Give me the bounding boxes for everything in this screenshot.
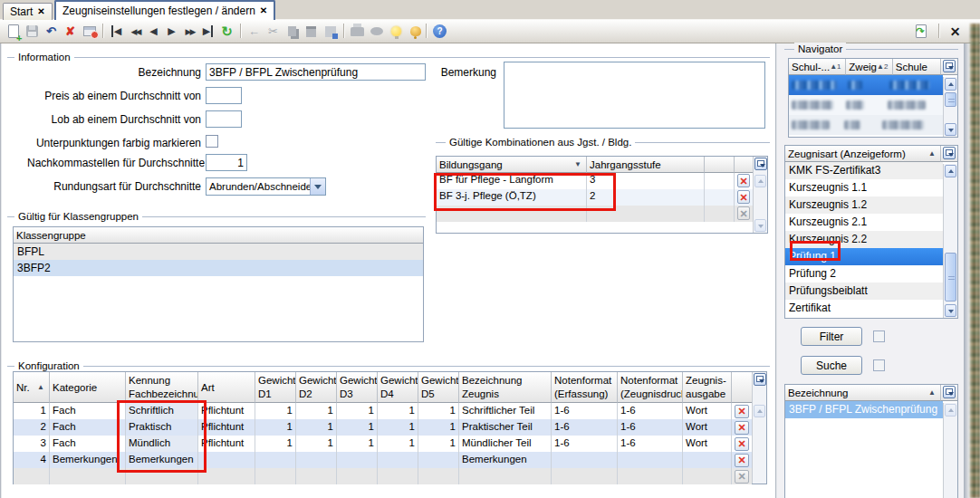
unterpunktungen-checkbox[interactable] bbox=[206, 135, 218, 148]
column-header-bezeichnung-zeugnis[interactable]: Bezeichnung Zeugnis bbox=[459, 372, 552, 403]
bezeichnung-input[interactable] bbox=[206, 63, 426, 81]
kombination-row[interactable]: BF 3-j. Pflege (Ö,TZ) 2 ✕ bbox=[437, 189, 753, 206]
bemerkung-textarea[interactable] bbox=[504, 62, 765, 129]
column-picker-icon[interactable] bbox=[754, 373, 766, 386]
delete-row-button[interactable]: ✕ bbox=[735, 454, 749, 467]
klassengruppe-row-selected[interactable]: 3BFP2 bbox=[14, 260, 423, 276]
zeugnisart-item[interactable]: KMK FS-Zertifikat3 bbox=[785, 162, 943, 179]
zeugnisart-item[interactable]: Prüfungsbeiblatt bbox=[785, 283, 943, 300]
close-button[interactable]: ✕ bbox=[946, 22, 965, 41]
copy-button[interactable] bbox=[283, 22, 302, 41]
column-header-bildungsgang[interactable]: Bildungsgang ▼ bbox=[437, 157, 587, 173]
cell-jahrgangsstufe[interactable]: 3 bbox=[587, 173, 705, 189]
save-button[interactable] bbox=[23, 22, 42, 41]
column-header-gewicht-d2[interactable]: Gewicht D2 bbox=[296, 372, 337, 403]
lob-input[interactable] bbox=[206, 110, 242, 128]
nav-last-button[interactable]: ▶ bbox=[198, 22, 217, 41]
tab-start-close-icon[interactable]: ✕ bbox=[37, 7, 44, 16]
column-header-zeugnisart[interactable]: Zeugnisart (Anzeigeform) ▲ bbox=[785, 146, 941, 162]
column-header-gewicht-d5[interactable]: Gewicht D5 bbox=[418, 372, 459, 403]
delete-row-button[interactable]: ✕ bbox=[737, 190, 750, 204]
notification-button[interactable] bbox=[406, 22, 425, 41]
delete-row-button[interactable]: ✕ bbox=[737, 174, 750, 187]
suche-button[interactable]: Suche bbox=[801, 356, 862, 375]
konfiguration-scrollbar[interactable] bbox=[752, 372, 766, 484]
nav-fast-forward-button[interactable]: ▶▶ bbox=[180, 22, 199, 41]
nachkommastellen-input[interactable] bbox=[206, 154, 247, 171]
column-header-kennung[interactable]: Kennung Fachbezeichnung bbox=[126, 372, 198, 403]
column-header-bezeichnung[interactable]: Bezeichnung ▲ bbox=[785, 385, 941, 401]
scroll-down-icon[interactable] bbox=[945, 123, 956, 136]
column-header-gewicht-d3[interactable]: Gewicht D3 bbox=[337, 372, 378, 403]
delete-row-button[interactable]: ✕ bbox=[735, 437, 749, 451]
cell-bildungsgang[interactable]: BF 3-j. Pflege (Ö,TZ) bbox=[437, 189, 587, 206]
delete-row-button[interactable]: ✕ bbox=[735, 405, 749, 418]
switch-view-button[interactable]: ↷ bbox=[911, 22, 930, 41]
rundungsart-select[interactable]: Abrunden/Abschneiden bbox=[206, 177, 326, 196]
print-button[interactable] bbox=[348, 22, 367, 41]
scrollbar-thumb[interactable] bbox=[945, 253, 956, 302]
column-header-art[interactable]: Art bbox=[198, 372, 255, 403]
column-header-nr[interactable]: Nr. ▲ bbox=[14, 372, 50, 403]
zeugnisart-item[interactable]: Zertifikat bbox=[785, 300, 943, 317]
kombination-row[interactable]: BF für Pflege - Langform 3 ✕ bbox=[437, 173, 753, 189]
navigator-row-selected[interactable] bbox=[789, 75, 943, 95]
filter-checkbox[interactable] bbox=[873, 330, 885, 342]
properties-button[interactable] bbox=[80, 22, 99, 41]
column-picker-icon[interactable] bbox=[754, 158, 767, 170]
column-header-kategorie[interactable]: Kategorie bbox=[50, 372, 126, 403]
undo-button[interactable]: ↶ bbox=[42, 22, 61, 41]
column-picker-icon[interactable] bbox=[943, 60, 956, 72]
nav-first-button[interactable]: ◀ bbox=[107, 22, 126, 41]
cut-button[interactable]: ✂ bbox=[264, 22, 283, 41]
jump-back-button[interactable]: ← bbox=[245, 22, 264, 41]
zeugnisart-item[interactable]: Kurszeugnis 2.2 bbox=[785, 231, 943, 248]
scroll-up-icon[interactable] bbox=[945, 165, 956, 177]
zeugnisart-item[interactable]: Prüfung 2 bbox=[785, 265, 943, 283]
paste-button[interactable] bbox=[302, 22, 321, 41]
column-header-schule[interactable]: Schule bbox=[893, 59, 941, 75]
navigator-row[interactable] bbox=[789, 95, 943, 115]
select-region-button[interactable] bbox=[321, 22, 340, 41]
column-header-zweig[interactable]: Zweig ▲2 bbox=[846, 59, 892, 75]
navigator-scrollbar[interactable] bbox=[943, 77, 957, 137]
scroll-up-icon[interactable] bbox=[945, 78, 956, 91]
config-row[interactable]: 3 Fach Mündlich Pflichtunt 1 1 1 1 1 Mün… bbox=[14, 436, 752, 452]
delete-row-button[interactable]: ✕ bbox=[735, 421, 749, 435]
scroll-up-icon[interactable] bbox=[754, 405, 765, 417]
kombination-row-empty[interactable]: ✕ bbox=[437, 206, 753, 222]
navigator-row[interactable] bbox=[789, 115, 943, 135]
zeugnisart-scrollbar[interactable] bbox=[943, 164, 957, 318]
cell-bildungsgang[interactable]: BF für Pflege - Langform bbox=[437, 173, 587, 189]
suche-checkbox[interactable] bbox=[873, 359, 885, 371]
tab-zeugniseinstellungen[interactable]: Zeugniseinstellungen festlegen / ändern … bbox=[54, 0, 275, 20]
config-row-empty[interactable]: ✕ bbox=[14, 468, 752, 484]
zeugnisart-item[interactable]: Kurszeugnis 1.2 bbox=[785, 196, 943, 214]
kombinationen-scrollbar[interactable] bbox=[753, 157, 767, 233]
nav-back-button[interactable]: ◀ bbox=[144, 22, 163, 41]
column-header-notenformat-erfassung[interactable]: Notenformat (Erfassung) bbox=[552, 372, 618, 403]
tab-start[interactable]: Start ✕ bbox=[3, 3, 53, 20]
scroll-up-icon[interactable] bbox=[945, 404, 956, 417]
filter-button[interactable]: Filter bbox=[801, 327, 862, 346]
column-picker-icon[interactable] bbox=[943, 386, 956, 398]
hint-button[interactable] bbox=[387, 22, 406, 41]
klassengruppe-row[interactable]: BFPL bbox=[14, 244, 423, 260]
help-button[interactable]: ? bbox=[430, 22, 449, 41]
column-header-notenformat-zeugnisdruck[interactable]: Notenformat (Zeugnisdruck) bbox=[618, 372, 683, 403]
scroll-down-icon[interactable] bbox=[754, 219, 766, 232]
column-header-gewicht-d4[interactable]: Gewicht D4 bbox=[378, 372, 418, 403]
zeugnisart-item[interactable]: Kurszeugnis 1.1 bbox=[785, 179, 943, 196]
tab-zeugniseinstellungen-close-icon[interactable]: ✕ bbox=[260, 6, 267, 15]
zeugnisart-item[interactable]: Kurszeugnis 2.1 bbox=[785, 214, 943, 231]
scroll-down-icon[interactable] bbox=[945, 304, 956, 317]
delete-record-button[interactable]: ✘ bbox=[61, 22, 80, 41]
new-document-button[interactable]: + bbox=[4, 22, 23, 41]
column-header-gewicht-d1[interactable]: Gewicht D1 bbox=[255, 372, 296, 403]
nav-forward-button[interactable]: ▶ bbox=[162, 22, 181, 41]
column-header-zeugnisausgabe[interactable]: Zeugnis- ausgabe bbox=[683, 372, 732, 403]
column-header-schulart[interactable]: Schul-... ▲1 bbox=[789, 59, 846, 75]
scroll-up-icon[interactable] bbox=[754, 175, 766, 187]
preis-input[interactable] bbox=[206, 87, 242, 104]
config-row[interactable]: 1 Fach Schriftlich Pflichtunt 1 1 1 1 1 … bbox=[14, 403, 752, 419]
